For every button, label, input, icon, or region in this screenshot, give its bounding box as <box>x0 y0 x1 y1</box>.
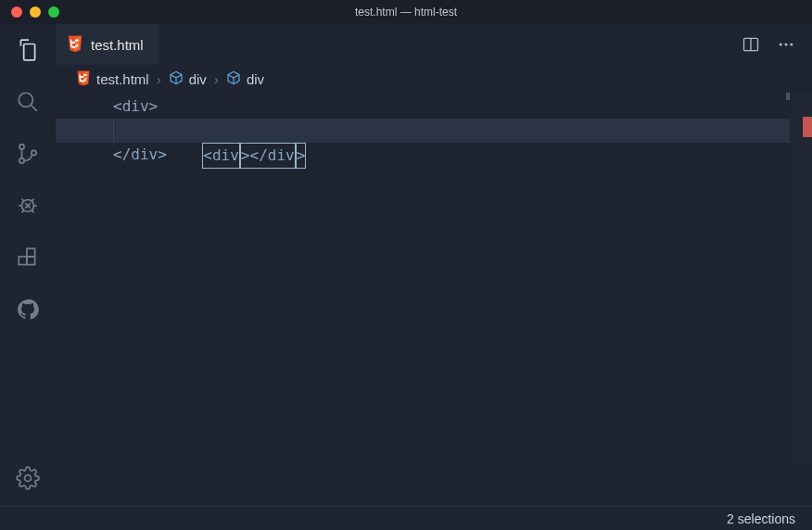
symbol-icon <box>226 70 241 88</box>
traffic-lights <box>11 6 59 18</box>
breadcrumb-file: test.html <box>96 71 149 87</box>
search-icon[interactable] <box>15 89 41 115</box>
svg-rect-14 <box>19 257 27 265</box>
svg-point-0 <box>19 93 32 107</box>
chevron-right-icon: › <box>214 71 219 87</box>
zoom-window-icon[interactable] <box>48 6 59 18</box>
close-window-icon[interactable] <box>11 6 22 18</box>
svg-rect-16 <box>27 248 35 257</box>
svg-rect-15 <box>27 257 35 265</box>
svg-point-17 <box>25 475 32 482</box>
more-actions-icon[interactable] <box>777 35 795 54</box>
svg-line-1 <box>31 105 37 111</box>
code-line-1: <div> <box>113 97 158 115</box>
minimap[interactable] <box>790 93 812 463</box>
minimize-window-icon[interactable] <box>30 6 41 18</box>
debug-icon[interactable] <box>15 193 41 219</box>
window-titlebar: test.html — html-test <box>0 0 812 24</box>
editor-tab-row: test.html <box>56 24 812 65</box>
breadcrumb[interactable]: test.html › div › div <box>56 65 812 93</box>
window-title: test.html — html-test <box>0 6 812 19</box>
breadcrumb-seg1: div <box>189 71 207 87</box>
svg-point-2 <box>19 145 24 149</box>
symbol-icon <box>169 70 184 88</box>
source-control-icon[interactable] <box>15 141 41 167</box>
status-selections[interactable]: 2 selections <box>727 511 795 526</box>
svg-line-8 <box>22 198 24 201</box>
settings-gear-icon[interactable] <box>15 465 41 491</box>
tab-test-html[interactable]: test.html <box>56 24 159 65</box>
extensions-icon[interactable] <box>15 245 41 271</box>
breadcrumb-seg2: div <box>247 71 264 87</box>
svg-line-11 <box>32 210 33 213</box>
svg-line-9 <box>32 198 33 201</box>
svg-point-3 <box>19 158 24 163</box>
svg-point-20 <box>780 44 782 46</box>
github-icon[interactable] <box>15 297 41 322</box>
explorer-icon[interactable] <box>15 37 41 63</box>
svg-line-10 <box>22 210 24 213</box>
svg-point-21 <box>785 44 788 46</box>
code-editor[interactable]: <div> <div></div> </div> <box>56 93 812 506</box>
chevron-right-icon: › <box>157 71 161 87</box>
tab-filename: test.html <box>91 37 144 53</box>
split-editor-icon[interactable] <box>742 35 760 54</box>
html5-file-icon <box>76 70 91 87</box>
svg-point-22 <box>790 44 793 46</box>
code-line-3: </div> <box>113 145 167 163</box>
activity-bar <box>0 24 56 506</box>
svg-point-4 <box>32 150 36 155</box>
status-bar: 2 selections <box>0 506 812 530</box>
html5-file-icon <box>67 35 83 54</box>
